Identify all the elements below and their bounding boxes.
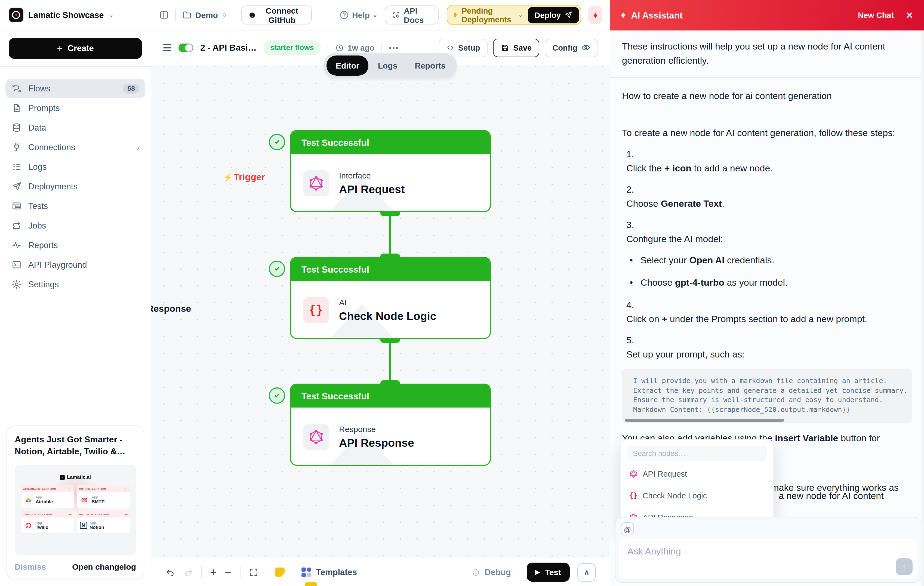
step-number: 5. — [622, 333, 912, 348]
zoom-out-button[interactable]: − — [225, 566, 232, 578]
templates-icon — [301, 567, 311, 577]
tab-reports[interactable]: Reports — [406, 56, 454, 74]
sidebar-item-connections[interactable]: Connections › — [5, 138, 145, 157]
more-options-icon[interactable]: ••• — [389, 44, 399, 51]
dropdown-item-api-request[interactable]: API Request — [621, 463, 773, 485]
debug-button[interactable]: Debug — [471, 567, 511, 577]
node-api-response[interactable]: Test Successful Response API Response — [290, 384, 491, 466]
plus-icon: + — [57, 43, 63, 54]
collapse-sidebar-icon[interactable] — [159, 10, 169, 20]
eye-icon — [581, 43, 591, 52]
search-nodes-input[interactable] — [627, 446, 767, 461]
sidebar-item-flows[interactable]: Flows 58 — [5, 79, 145, 98]
sticky-note-button[interactable] — [275, 568, 284, 577]
api-docs-label: API Docs — [404, 6, 431, 24]
code-icon — [446, 43, 454, 52]
node-title: Check Node Logic — [339, 309, 436, 322]
deploy-label: Deploy — [535, 11, 561, 19]
zoom-in-button[interactable]: + — [210, 566, 217, 578]
divider — [175, 9, 176, 21]
step-text: Click the + icon to add a new node. — [622, 162, 912, 176]
scrollbar-gutter[interactable] — [921, 30, 924, 586]
node-check-node-logic[interactable]: Test Successful {} AI Check Node Logic — [290, 257, 491, 339]
tests-icon — [12, 201, 22, 211]
sidebar-item-label: API Playground — [28, 260, 87, 270]
help-menu[interactable]: Help ⌄ — [339, 10, 377, 20]
new-chat-button[interactable]: New Chat — [858, 11, 894, 20]
last-updated: 1w ago — [335, 43, 374, 52]
terminal-icon — [12, 259, 22, 270]
send-button[interactable]: ↑ — [896, 558, 912, 575]
expand-panel-button[interactable]: ∧ — [578, 563, 596, 581]
chevrons-up-down-icon — [221, 12, 228, 18]
jobs-icon — [12, 220, 22, 231]
node-status-header: Test Successful — [291, 131, 490, 154]
workspace-switcher[interactable]: ♦ Lamatic Showcase ⌄ — [0, 0, 151, 30]
save-button[interactable]: Save — [493, 38, 539, 57]
chat-transcript[interactable]: These instructions will help you set up … — [610, 30, 924, 586]
sidebar-item-logs[interactable]: Logs — [5, 157, 145, 176]
project-selector[interactable]: Demo — [182, 10, 228, 20]
deploy-button[interactable]: Deploy — [528, 7, 579, 23]
menu-icon[interactable] — [163, 44, 172, 51]
horizontal-scrollbar[interactable] — [625, 419, 784, 422]
topbar: ♦ Lamatic Showcase ⌄ Demo Connect Git — [0, 0, 610, 30]
close-icon[interactable]: ✕ — [906, 10, 913, 20]
redo-button[interactable] — [183, 567, 193, 577]
flow-enabled-toggle[interactable] — [178, 43, 193, 52]
sidebar-item-api-playground[interactable]: API Playground — [5, 255, 145, 274]
twilio-icon — [24, 521, 33, 530]
sidebar-item-data[interactable]: Data — [5, 118, 145, 137]
api-docs-button[interactable]: API Docs — [384, 5, 438, 25]
diamond-icon: ♦ — [621, 10, 625, 21]
sidebar-item-prompts[interactable]: Prompts — [5, 99, 145, 117]
prompts-icon — [12, 103, 22, 113]
step-number: 2. — [622, 183, 912, 197]
dropdown-item-check-node-logic[interactable]: {} Check Node Logic — [621, 485, 773, 507]
undo-button[interactable] — [165, 567, 175, 577]
sidebar-item-tests[interactable]: Tests — [5, 196, 145, 215]
sidebar-item-deployments[interactable]: Deployments — [5, 177, 145, 196]
dismiss-button[interactable]: Dismiss — [15, 562, 46, 571]
create-button[interactable]: + Create — [9, 38, 142, 59]
sidebar-item-reports[interactable]: Reports — [5, 236, 145, 255]
connect-github-button[interactable]: Connect GitHub — [234, 5, 319, 25]
code-line: Ensure the summary is well-structured an… — [629, 395, 912, 404]
flows-count-badge: 58 — [123, 84, 139, 93]
trigger-label: ⚡ Trigger — [223, 172, 265, 183]
pending-label: Pending Deployments — [462, 6, 513, 24]
node-title: API Response — [339, 436, 414, 449]
ai-assistant-launcher[interactable]: ♦ — [589, 6, 602, 24]
step-text: Configure the AI model: — [622, 232, 912, 246]
prompt-code-block[interactable]: I will provide you with a markdown file … — [622, 369, 912, 423]
tab-editor[interactable]: Editor — [327, 56, 369, 76]
pending-dot-icon — [454, 13, 457, 17]
node-api-request[interactable]: Test Successful Interface API Request — [290, 130, 491, 212]
success-check-icon — [269, 134, 285, 150]
pending-deployments-pill[interactable]: Pending Deployments ⌄ Deploy — [447, 5, 581, 25]
flows-icon — [12, 83, 22, 94]
changelog-brand: Lamatic.ai — [67, 474, 91, 480]
save-icon — [501, 43, 509, 52]
chevron-right-icon: › — [137, 143, 139, 152]
flow-canvas[interactable]: 2 - API Basi… starter flows 1w ago ••• S… — [151, 30, 610, 586]
smtp-envelope-icon — [80, 495, 89, 504]
sidebar-item-settings[interactable]: Settings — [5, 275, 145, 294]
reports-icon — [12, 240, 22, 250]
flow-title: 2 - API Basi… — [200, 43, 257, 53]
templates-button[interactable]: Templates — [301, 567, 357, 577]
divider — [381, 41, 382, 54]
braces-icon: {} — [629, 489, 637, 503]
config-button[interactable]: Config — [545, 38, 598, 57]
test-button[interactable]: ▶ Test — [527, 563, 570, 582]
gear-icon — [12, 279, 22, 289]
fit-view-button[interactable] — [248, 567, 258, 577]
integration-card-notion: NOTION INTEGRATION▸– N AppNotion — [77, 511, 130, 533]
play-icon: ▶ — [535, 569, 540, 576]
ask-anything-input[interactable] — [619, 539, 917, 579]
mention-button[interactable]: @ — [621, 522, 634, 535]
user-question: How to create a new node for ai content … — [610, 78, 924, 116]
tab-logs[interactable]: Logs — [370, 56, 406, 74]
sidebar-item-jobs[interactable]: Jobs — [5, 216, 145, 235]
open-changelog-button[interactable]: Open changelog — [72, 562, 136, 571]
